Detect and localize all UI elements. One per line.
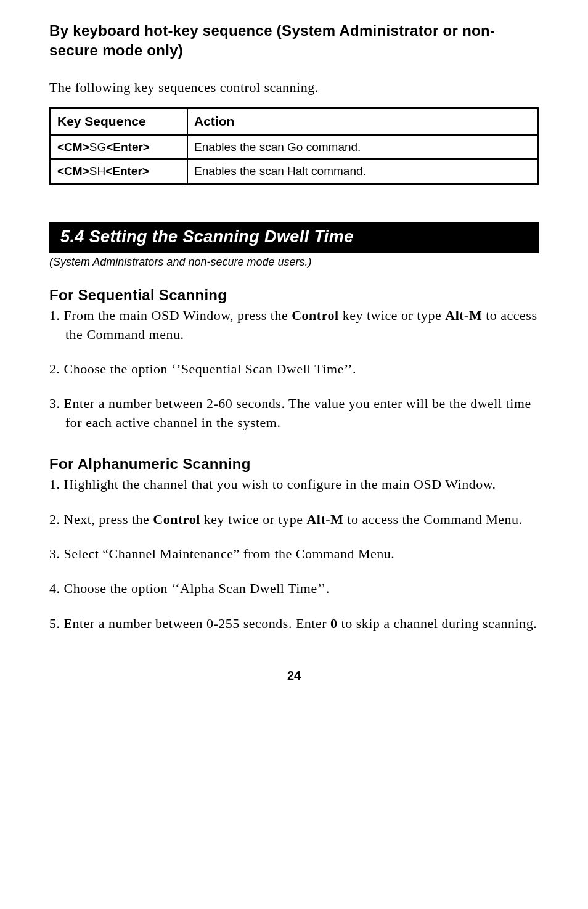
intro-paragraph: The following key sequences control scan… — [49, 78, 539, 97]
step-text: Alt-M — [445, 308, 482, 323]
table-header-action: Action — [187, 108, 538, 135]
table-row: <CM>SH<Enter> Enables the scan Halt comm… — [51, 159, 538, 184]
hotkey-table: Key Sequence Action <CM>SG<Enter> Enable… — [49, 107, 539, 185]
step-text: Control — [153, 512, 200, 527]
table-row: <CM>SG<Enter> Enables the scan Go comman… — [51, 135, 538, 160]
step-number: 5. — [49, 616, 64, 631]
table-cell-action: Enables the scan Go command. — [187, 135, 538, 160]
step-text: to skip a channel during scanning. — [338, 616, 537, 631]
alphanumeric-steps-list: 1. Highlight the channel that you wish t… — [49, 475, 539, 633]
section-heading-hotkey: By keyboard hot-key sequence (System Adm… — [49, 21, 539, 61]
list-item: 2. Next, press the Control key twice or … — [49, 510, 539, 529]
seq-bold-pre: <CM> — [57, 165, 89, 177]
seq-mid: SH — [89, 165, 105, 177]
step-text: to access the Command Menu. — [343, 512, 522, 527]
table-header-row: Key Sequence Action — [51, 108, 538, 135]
step-number: 1. — [49, 476, 64, 492]
seq-bold-pre: <CM> — [57, 141, 89, 153]
step-text: From the main OSD Window, press the — [64, 308, 292, 323]
list-item: 5. Enter a number between 0-255 seconds.… — [49, 614, 539, 633]
list-item: 1. Highlight the channel that you wish t… — [49, 475, 539, 494]
step-text: key twice or type — [200, 512, 307, 527]
list-item: 1. From the main OSD Window, press the C… — [49, 306, 539, 344]
sequential-steps-list: 1. From the main OSD Window, press the C… — [49, 306, 539, 432]
list-item: 4. Choose the option ‘‘Alpha Scan Dwell … — [49, 579, 539, 598]
step-text: key twice or type — [339, 308, 446, 323]
list-item: 3. Select “Channel Maintenance” from the… — [49, 545, 539, 563]
page-container: By keyboard hot-key sequence (System Adm… — [0, 0, 588, 709]
step-number: 4. — [49, 581, 64, 596]
subheading-sequential: For Sequential Scanning — [49, 285, 539, 305]
step-text: Choose the option ‘‘Alpha Scan Dwell Tim… — [64, 581, 330, 596]
seq-mid: SG — [89, 141, 106, 153]
list-item: 2. Choose the option ‘’Sequential Scan D… — [49, 360, 539, 378]
subheading-alphanumeric: For Alphanumeric Scanning — [49, 454, 539, 474]
step-text: Enter a number between 0-255 seconds. En… — [64, 616, 331, 631]
step-text: Enter a number between 2-60 seconds. The… — [64, 396, 531, 430]
page-number: 24 — [49, 667, 539, 684]
step-text: Control — [292, 308, 338, 323]
step-text: 0 — [330, 616, 338, 631]
table-cell-key-sequence: <CM>SH<Enter> — [51, 159, 188, 184]
list-item: 3. Enter a number between 2-60 seconds. … — [49, 394, 539, 432]
section-subtitle: (System Administrators and non-secure mo… — [49, 255, 539, 269]
table-header-key-sequence: Key Sequence — [51, 108, 188, 135]
table-cell-action: Enables the scan Halt command. — [187, 159, 538, 184]
step-text: Alt-M — [306, 512, 343, 527]
step-text: Choose the option ‘’Sequential Scan Dwel… — [64, 361, 356, 377]
step-number: 2. — [49, 361, 64, 377]
step-number: 3. — [49, 396, 64, 411]
seq-bold-post: <Enter> — [105, 165, 149, 177]
step-number: 1. — [49, 308, 64, 323]
step-number: 2. — [49, 512, 64, 527]
step-text: Next, press the — [64, 512, 153, 527]
seq-bold-post: <Enter> — [106, 141, 150, 153]
section-title-bar: 5.4 Setting the Scanning Dwell Time — [49, 222, 539, 253]
table-cell-key-sequence: <CM>SG<Enter> — [51, 135, 188, 160]
step-number: 3. — [49, 546, 64, 561]
step-text: Highlight the channel that you wish to c… — [64, 476, 496, 492]
step-text: Select “Channel Maintenance” from the Co… — [64, 546, 395, 561]
